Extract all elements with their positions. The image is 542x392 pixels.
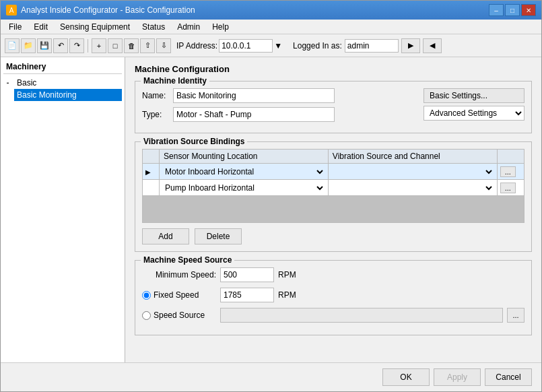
min-speed-row: Minimum Speed: RPM: [142, 267, 524, 282]
row2-sensor[interactable]: Pump Inboard Horizontal: [160, 180, 329, 196]
down-button[interactable]: ⇩: [156, 38, 171, 53]
vibration-table: Sensor Mounting Location Vibration Sourc…: [142, 149, 524, 223]
main-window: A Analyst Inside Configurator - Basic Co…: [0, 0, 542, 392]
settings-area: Basic Settings... Advanced Settings: [424, 88, 524, 121]
basic-settings-button[interactable]: Basic Settings...: [424, 88, 524, 103]
minimize-button[interactable]: –: [489, 4, 504, 16]
speed-group-title: Machine Speed Source: [141, 255, 234, 265]
menu-admin[interactable]: Admin: [172, 21, 205, 33]
delete-row-button[interactable]: Delete: [195, 228, 242, 244]
table-row: Pump Inboard Horizontal ...: [143, 180, 524, 196]
table-row: ▶ Motor Inboard Horizontal: [143, 164, 524, 180]
user-input[interactable]: [345, 39, 399, 53]
menu-edit[interactable]: Edit: [28, 21, 53, 33]
row2-source[interactable]: [328, 180, 497, 196]
tree-root[interactable]: ⁃ Basic: [3, 77, 122, 89]
row1-sensor[interactable]: Motor Inboard Horizontal: [160, 164, 329, 180]
row1-source[interactable]: [328, 164, 497, 180]
fixed-speed-spacer: Fixed Speed: [142, 290, 216, 300]
copy-button[interactable]: □: [108, 38, 123, 53]
identity-group-title: Machine Identity: [141, 76, 209, 86]
right-panel: Machine Configuration Machine Identity N…: [125, 57, 541, 362]
speed-source-ellipsis-button[interactable]: ...: [507, 308, 524, 323]
speed-source-radio-label[interactable]: Speed Source: [142, 311, 216, 320]
source-dropdown-1[interactable]: [331, 166, 494, 177]
col-action-header: [497, 150, 524, 164]
bottom-bar: OK Apply Cancel: [1, 362, 541, 391]
section-title: Machine Configuration: [135, 64, 532, 74]
name-label: Name:: [142, 91, 169, 100]
menu-bar: File Edit Sensing Equipment Status Admin…: [1, 20, 541, 34]
window-title: Analyst Inside Configurator - Basic Conf…: [21, 5, 195, 15]
delete-button[interactable]: 🗑: [124, 38, 139, 53]
fixed-speed-radio[interactable]: [142, 291, 151, 300]
tree-child-label: Basic Monitoring: [17, 90, 77, 100]
new-button[interactable]: 📄: [5, 38, 20, 53]
undo-button[interactable]: ↶: [53, 38, 68, 53]
name-row: Name:: [142, 88, 424, 103]
col-source-header: Vibration Source and Channel: [328, 150, 497, 164]
speed-source-input[interactable]: [220, 308, 503, 323]
ok-button[interactable]: OK: [382, 368, 430, 386]
menu-file[interactable]: File: [3, 21, 27, 33]
toolbar-sep1: [88, 39, 88, 53]
speed-source-row: Speed Source ...: [142, 308, 524, 323]
menu-status[interactable]: Status: [137, 21, 170, 33]
row2-arrow: [143, 180, 160, 196]
tree-root-label: Basic: [17, 78, 36, 88]
cancel-button[interactable]: Cancel: [485, 368, 532, 386]
redo-button[interactable]: ↷: [69, 38, 84, 53]
tree-child-basic-monitoring[interactable]: Basic Monitoring: [14, 89, 122, 101]
fixed-speed-unit: RPM: [278, 290, 296, 300]
login-area: Logged In as: ▶ ◀: [289, 38, 442, 53]
row1-arrow: ▶: [143, 164, 160, 180]
save-button[interactable]: 💾: [37, 38, 52, 53]
speed-source-radio-container: Speed Source: [142, 311, 216, 320]
speed-group: Machine Speed Source Minimum Speed: RPM …: [135, 260, 532, 335]
disconnect-button[interactable]: ◀: [423, 38, 442, 53]
row2-ellipsis-button[interactable]: ...: [500, 183, 516, 193]
ip-input[interactable]: [219, 39, 273, 53]
dropdown-arrow: ▼: [274, 41, 282, 51]
add-row-button[interactable]: Add: [142, 228, 189, 244]
type-row: Type:: [142, 107, 424, 122]
name-input[interactable]: [173, 88, 335, 103]
row1-action[interactable]: ...: [497, 164, 524, 180]
open-button[interactable]: 📁: [21, 38, 36, 53]
up-button[interactable]: ⇧: [140, 38, 155, 53]
fixed-speed-input[interactable]: [220, 288, 274, 302]
vibration-group-title: Vibration Source Bindings: [141, 137, 247, 146]
menu-help[interactable]: Help: [207, 21, 234, 33]
close-button[interactable]: ✕: [521, 4, 536, 16]
apply-button[interactable]: Apply: [434, 368, 481, 386]
add-button[interactable]: +: [92, 38, 106, 53]
tree-expand-icon: ⁃: [6, 79, 14, 87]
sensor-dropdown-1[interactable]: Motor Inboard Horizontal: [162, 166, 325, 177]
min-speed-input[interactable]: [220, 267, 274, 282]
menu-sensing[interactable]: Sensing Equipment: [55, 21, 135, 33]
min-speed-unit: RPM: [278, 270, 296, 280]
sidebar-title: Machinery: [3, 60, 122, 74]
vibration-group: Vibration Source Bindings Sensor Mountin…: [135, 141, 532, 252]
title-bar: A Analyst Inside Configurator - Basic Co…: [1, 1, 541, 20]
row1-ellipsis-button[interactable]: ...: [500, 166, 516, 177]
source-dropdown-2[interactable]: [331, 183, 494, 193]
maximize-button[interactable]: □: [505, 4, 520, 16]
app-icon: A: [6, 5, 17, 15]
sensor-dropdown-2[interactable]: Pump Inboard Horizontal: [162, 183, 325, 193]
table-row-empty: [143, 196, 524, 223]
row2-action[interactable]: ...: [497, 180, 524, 196]
type-label: Type:: [142, 110, 169, 119]
empty-cell: [143, 196, 524, 223]
speed-source-label: Speed Source: [154, 311, 205, 320]
vibration-buttons: Add Delete: [142, 228, 524, 244]
connect-button[interactable]: ▶: [401, 38, 420, 53]
speed-source-radio[interactable]: [142, 311, 151, 320]
type-input[interactable]: [173, 107, 335, 122]
advanced-settings-dropdown[interactable]: Advanced Settings: [424, 106, 524, 121]
fixed-speed-radio-label[interactable]: Fixed Speed: [142, 290, 216, 300]
sidebar: Machinery ⁃ Basic Basic Monitoring: [1, 57, 125, 362]
main-content: Machinery ⁃ Basic Basic Monitoring Machi…: [1, 57, 541, 362]
fixed-speed-row: Fixed Speed RPM: [142, 288, 524, 302]
fixed-speed-label: Fixed Speed: [154, 290, 199, 300]
